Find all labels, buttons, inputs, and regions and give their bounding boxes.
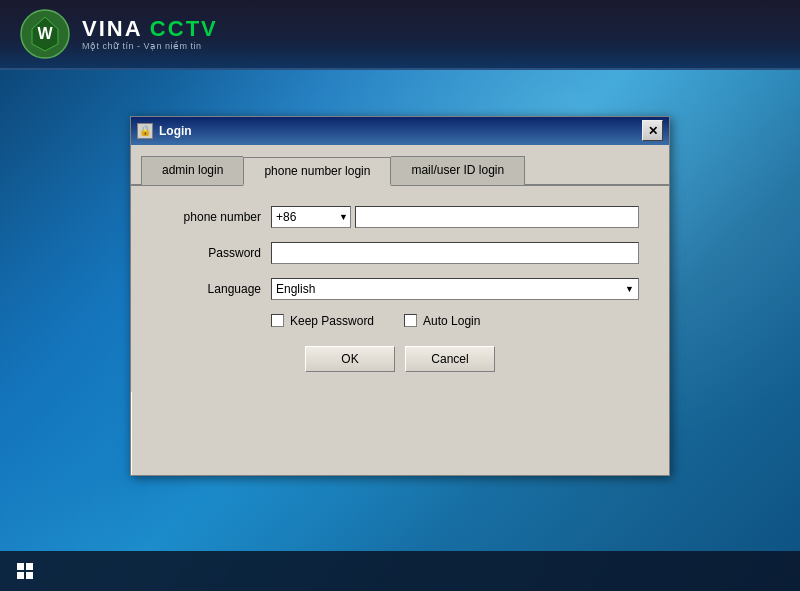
tab-bar: admin login phone number login mail/user…	[131, 145, 669, 186]
password-row: Password	[161, 242, 639, 264]
dialog-titlebar: 🔒 Login ✕	[131, 117, 669, 145]
language-select[interactable]: English Vietnamese Chinese Japanese Kore…	[271, 278, 639, 300]
country-code-wrapper: +86 +1 +44 +81 +84	[271, 206, 351, 228]
win-pane-bl	[17, 572, 24, 579]
tab-phone-login[interactable]: phone number login	[243, 157, 391, 186]
auto-login-checkbox[interactable]	[404, 314, 417, 327]
win-pane-tr	[26, 563, 33, 570]
close-button[interactable]: ✕	[642, 120, 663, 141]
dialog-title-left: 🔒 Login	[137, 123, 192, 139]
button-row: OK Cancel	[161, 346, 639, 372]
auto-login-label: Auto Login	[423, 314, 480, 328]
keep-password-checkbox[interactable]	[271, 314, 284, 327]
tab-mail-login[interactable]: mail/user ID login	[391, 156, 525, 185]
auto-login-item: Auto Login	[404, 314, 480, 328]
dialog-overlay: 🔒 Login ✕ admin login phone number login…	[0, 0, 800, 591]
language-row: Language English Vietnamese Chinese Japa…	[161, 278, 639, 300]
password-input[interactable]	[271, 242, 639, 264]
dialog-title-text: Login	[159, 124, 192, 138]
phone-input-group: +86 +1 +44 +81 +84	[271, 206, 639, 228]
dialog-content: phone number +86 +1 +44 +81 +84	[131, 186, 669, 392]
login-dialog: 🔒 Login ✕ admin login phone number login…	[130, 116, 670, 476]
language-select-wrapper: English Vietnamese Chinese Japanese Kore…	[271, 278, 639, 300]
taskbar	[0, 551, 800, 591]
keep-password-item: Keep Password	[271, 314, 374, 328]
ok-button[interactable]: OK	[305, 346, 395, 372]
windows-icon	[17, 563, 33, 579]
phone-number-row: phone number +86 +1 +44 +81 +84	[161, 206, 639, 228]
language-label: Language	[161, 282, 261, 296]
password-label: Password	[161, 246, 261, 260]
keep-password-label: Keep Password	[290, 314, 374, 328]
phone-number-label: phone number	[161, 210, 261, 224]
tab-admin-login[interactable]: admin login	[141, 156, 243, 185]
phone-number-input[interactable]	[355, 206, 639, 228]
win-pane-tl	[17, 563, 24, 570]
dialog-title-icon: 🔒	[137, 123, 153, 139]
country-code-select[interactable]: +86 +1 +44 +81 +84	[271, 206, 351, 228]
cancel-button[interactable]: Cancel	[405, 346, 495, 372]
win-pane-br	[26, 572, 33, 579]
start-button[interactable]	[0, 551, 50, 591]
checkbox-row: Keep Password Auto Login	[271, 314, 639, 328]
